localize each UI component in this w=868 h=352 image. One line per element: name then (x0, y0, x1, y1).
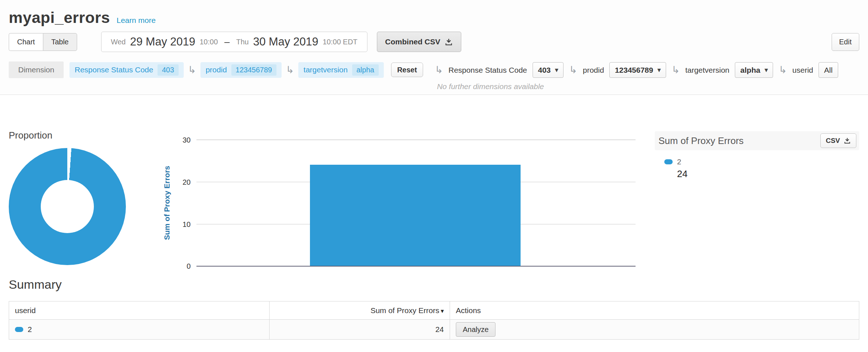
page-header: myapi_errors Learn more Chart Table Wed … (0, 0, 868, 95)
summary-section: Summary userid Sum of Proxy Errors▾ Acti… (0, 273, 868, 340)
branch-arrow-icon: ↳ (672, 65, 680, 75)
csv-button[interactable]: CSV (820, 133, 856, 148)
userid-all-button[interactable]: All (819, 62, 838, 78)
table-row: 2 24 Analyze (9, 320, 859, 340)
branch-arrow-icon: ↳ (779, 65, 787, 75)
caret-down-icon: ▾ (765, 66, 768, 74)
selector-value: 403 (538, 66, 551, 75)
selector-name-userid: userid (792, 66, 813, 75)
selector-dropdown-targetversion[interactable]: alpha ▾ (735, 62, 773, 78)
end-time: 10:00 EDT (323, 38, 358, 46)
bar-chart-plot: Sum of Proxy Errors 30 20 10 0 (196, 140, 636, 266)
start-day: Wed (111, 38, 126, 46)
learn-more-link[interactable]: Learn more (117, 16, 156, 25)
caret-down-icon: ▾ (555, 66, 558, 74)
date-range-picker[interactable]: Wed 29 May 2019 10:00 – Thu 30 May 2019 … (101, 32, 367, 52)
download-icon (844, 137, 851, 144)
column-header-actions: Actions (450, 301, 859, 320)
breadcrumb-name: prodid (206, 65, 227, 74)
main-content: Proportion Sum of Proxy Errors 30 20 10 … (0, 95, 868, 340)
row-swatch (15, 327, 23, 332)
breadcrumb-value: 123456789 (231, 64, 276, 76)
table-header-row: userid Sum of Proxy Errors▾ Actions (9, 301, 859, 320)
summary-table: userid Sum of Proxy Errors▾ Actions 2 (9, 301, 859, 340)
gridline-30: 30 (196, 140, 636, 140)
proportion-title: Proportion (9, 130, 52, 141)
chart-view-button[interactable]: Chart (9, 33, 43, 51)
breadcrumb-response-status-code[interactable]: Response Status Code 403 (69, 62, 183, 78)
x-axis-baseline: 0 (196, 266, 636, 267)
donut-chart[interactable] (9, 148, 126, 265)
column-header-sum-of-proxy-errors[interactable]: Sum of Proxy Errors▾ (270, 301, 450, 320)
proxy-errors-bar[interactable] (310, 165, 521, 266)
legend-swatch (664, 159, 673, 164)
branch-arrow-icon: ↳ (435, 65, 443, 75)
page-title: myapi_errors (9, 9, 110, 27)
column-header-userid[interactable]: userid (9, 301, 270, 320)
legend-title: Sum of Proxy Errors (658, 135, 744, 147)
selector-value: alpha (740, 66, 760, 75)
charts-section: Proportion Sum of Proxy Errors 30 20 10 … (0, 95, 868, 273)
download-icon (445, 38, 453, 46)
legend-key: 2 (677, 157, 681, 166)
legend-key-row: 2 (664, 157, 859, 166)
selector-value: All (824, 66, 832, 75)
analyze-button[interactable]: Analyze (456, 322, 495, 337)
no-further-dimensions-text: No further dimensions available (437, 82, 544, 91)
cell-sum: 24 (270, 320, 450, 340)
table-view-button[interactable]: Table (43, 33, 77, 51)
branch-arrow-icon: ↳ (188, 65, 196, 75)
selector-value: 123456789 (615, 66, 653, 75)
selector-name-response-status-code: Response Status Code (449, 66, 527, 75)
y-tick-label: 30 (183, 136, 191, 144)
breadcrumb-value: 403 (158, 64, 178, 76)
dimension-label: Dimension (9, 61, 64, 78)
legend-header: Sum of Proxy Errors CSV (655, 131, 859, 150)
legend-panel: Sum of Proxy Errors CSV 2 (655, 131, 859, 180)
column-header-label: Sum of Proxy Errors (370, 306, 439, 315)
dimensions-bar: Dimension Response Status Code 403 ↳ pro… (0, 61, 868, 91)
analytics-dashboard: myapi_errors Learn more Chart Table Wed … (0, 0, 868, 340)
start-date: 29 May 2019 (130, 35, 195, 48)
breadcrumb-targetversion[interactable]: targetversion alpha (298, 62, 383, 78)
legend-value: 24 (677, 168, 859, 180)
donut-hole (41, 180, 94, 233)
branch-arrow-icon: ↳ (569, 65, 577, 75)
y-tick-label: 10 (183, 220, 191, 228)
start-time: 10:00 (200, 38, 218, 46)
title-row: myapi_errors Learn more (0, 0, 868, 27)
sort-desc-icon: ▾ (441, 308, 444, 315)
branch-arrow-icon: ↳ (286, 65, 294, 75)
date-separator: – (224, 36, 230, 48)
selector-dropdown-prodid[interactable]: 123456789 ▾ (609, 62, 666, 78)
breadcrumb-prodid[interactable]: prodid 123456789 (200, 62, 282, 78)
selector-dropdown-response-status-code[interactable]: 403 ▾ (533, 62, 564, 78)
selector-name-prodid: prodid (583, 66, 604, 75)
toolbar: Chart Table Wed 29 May 2019 10:00 – Thu … (0, 32, 868, 52)
csv-label: CSV (826, 137, 840, 145)
breadcrumb-value: alpha (352, 64, 379, 76)
y-tick-label: 20 (183, 178, 191, 186)
end-day: Thu (236, 38, 248, 46)
dimension-breadcrumbs: Response Status Code 403 ↳ prodid 123456… (69, 61, 423, 78)
end-date: 30 May 2019 (253, 35, 318, 48)
legend-item[interactable]: 2 24 (655, 157, 859, 180)
breadcrumb-name: targetversion (303, 65, 347, 74)
view-toggle: Chart Table (9, 33, 77, 51)
caret-down-icon: ▾ (657, 66, 661, 74)
y-axis-title: Sum of Proxy Errors (162, 140, 172, 266)
dimension-selectors: ↳ Response Status Code 403 ▾ ↳ prodid 12… (435, 61, 859, 91)
summary-title: Summary (9, 277, 859, 292)
edit-button[interactable]: Edit (832, 33, 859, 51)
y-tick-label: 0 (187, 262, 191, 271)
cell-actions: Analyze (450, 320, 859, 340)
breadcrumb-name: Response Status Code (75, 65, 153, 74)
combined-csv-label: Combined CSV (385, 37, 441, 46)
selector-name-targetversion: targetversion (685, 66, 729, 75)
userid-value: 2 (28, 325, 32, 334)
combined-csv-button[interactable]: Combined CSV (377, 32, 462, 52)
cell-userid: 2 (9, 320, 270, 340)
reset-button[interactable]: Reset (391, 63, 423, 77)
